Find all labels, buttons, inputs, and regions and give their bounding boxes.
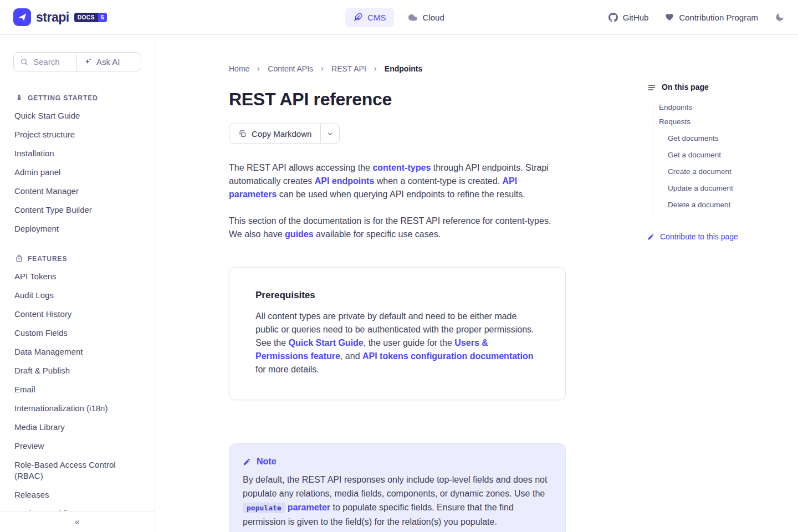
text-segment: for more details. <box>255 365 319 374</box>
collapse-chevrons-icon: « <box>75 517 80 527</box>
section-header-features: FEATURES <box>13 254 141 263</box>
page-title: REST API reference <box>229 89 566 110</box>
toc-item[interactable]: Get documents <box>653 134 797 144</box>
api-endpoints-link[interactable]: API endpoints <box>315 176 375 186</box>
github-link[interactable]: GitHub <box>608 13 649 22</box>
contribute-link[interactable]: Contribute to this page <box>647 232 797 241</box>
contribution-program-link[interactable]: Contribution Program <box>665 13 758 22</box>
breadcrumb-link[interactable]: Content APIs <box>268 64 313 73</box>
copy-markdown-button[interactable]: Copy Markdown <box>229 124 320 143</box>
note-callout: Note By default, the REST API responses … <box>229 443 566 532</box>
prerequisites-title: Prerequisites <box>255 290 539 301</box>
heart-icon <box>665 13 674 22</box>
note-title: Note <box>257 457 277 467</box>
sidebar-item[interactable]: Data Management <box>14 346 143 357</box>
sidebar-item[interactable]: Deployment <box>14 223 143 234</box>
sidebar-item[interactable]: Draft & Publish <box>14 365 143 376</box>
section-paragraph: This section of the documentation is for… <box>229 214 566 241</box>
rocket-icon <box>15 94 23 102</box>
toc-item[interactable]: Create a document <box>653 167 797 177</box>
chevron-down-icon <box>326 130 334 137</box>
chevron-right-icon <box>255 66 262 72</box>
sidebar-item[interactable]: Quick Start Guide <box>14 110 143 121</box>
ask-ai-button[interactable]: Ask AI <box>77 53 141 71</box>
sidebar-item[interactable]: Custom Fields <box>14 328 143 339</box>
copy-options-dropdown-button[interactable] <box>320 124 339 143</box>
note-body: By default, the REST API responses only … <box>243 473 552 529</box>
sidebar-item[interactable]: Installation <box>14 148 143 159</box>
toc-title: On this page <box>662 83 709 92</box>
contribute-label: Contribute to this page <box>660 232 738 241</box>
text-segment: when a content-type is created. <box>374 176 502 186</box>
toc-item[interactable]: Get a document <box>653 150 797 160</box>
copy-icon <box>238 130 247 138</box>
intro-paragraph: The REST API allows accessing the conten… <box>229 161 566 201</box>
on-this-page-toc: On this page Endpoints Requests Get docu… <box>647 83 797 241</box>
sidebar-item[interactable]: API Tokens <box>14 271 143 282</box>
search-field[interactable] <box>14 53 76 71</box>
chevron-right-icon <box>372 66 378 72</box>
sidebar-item[interactable]: Audit Logs <box>14 290 143 301</box>
search-icon <box>20 58 28 66</box>
backpack-icon <box>15 254 23 263</box>
sidebar-item[interactable]: Preview <box>14 441 143 452</box>
brand-name: strapi <box>36 10 69 25</box>
section-title: GETTING STARTED <box>28 94 98 102</box>
sidebar-item[interactable]: Media Library <box>14 422 143 433</box>
github-label: GitHub <box>623 13 649 22</box>
breadcrumb-current: Endpoints <box>385 64 422 73</box>
brand-logo[interactable]: strapi DOCS 5 <box>13 8 107 26</box>
sidebar-item[interactable]: Role-Based Access Control (RBAC) <box>14 459 143 482</box>
breadcrumb-link[interactable]: Home <box>229 64 249 73</box>
sidebar-item[interactable]: Admin panel <box>14 167 143 178</box>
sidebar-item[interactable]: Content Type Builder <box>14 204 143 216</box>
github-icon <box>608 13 618 22</box>
api-tokens-docs-link[interactable]: API tokens configuration documentation <box>362 351 533 361</box>
docs-badge-label: DOCS <box>74 13 98 22</box>
top-header: strapi DOCS 5 CMS Cloud GitHub <box>0 0 798 35</box>
populate-parameter-link[interactable]: parameter <box>288 503 330 512</box>
sidebar-section-getting-started: GETTING STARTED Quick Start Guide Projec… <box>13 94 141 234</box>
version-badge-label: 5 <box>98 13 107 22</box>
sidebar-item[interactable]: Project structure <box>14 129 143 140</box>
text-segment: available for specific use cases. <box>314 229 441 239</box>
sidebar-section-features: FEATURES API Tokens Audit Logs Content H… <box>13 254 141 519</box>
sidebar-item[interactable]: Email <box>14 384 143 395</box>
text-segment: The REST API allows accessing the <box>229 163 372 172</box>
sidebar-item[interactable]: Internationalization (i18n) <box>14 403 143 414</box>
toc-item[interactable]: Delete a document <box>653 200 797 210</box>
section-header-getting-started: GETTING STARTED <box>13 94 141 102</box>
populate-code-chip: populate <box>243 503 285 513</box>
quick-start-guide-link[interactable]: Quick Start Guide <box>289 338 364 347</box>
nav-cloud-label: Cloud <box>423 13 444 22</box>
text-segment: can be used when querying API endpoints … <box>277 190 525 199</box>
sidebar-item[interactable]: Releases <box>14 489 143 500</box>
nav-tab-cms[interactable]: CMS <box>345 8 394 27</box>
toc-item[interactable]: Update a document <box>653 183 797 193</box>
sidebar-collapse-button[interactable]: « <box>0 511 155 532</box>
strapi-logo-icon <box>13 8 31 26</box>
text-segment: , the user guide for the <box>364 338 455 347</box>
content-types-link[interactable]: content-types <box>372 163 431 172</box>
ask-ai-label: Ask AI <box>96 57 120 66</box>
search-input[interactable] <box>33 57 70 66</box>
toc-item[interactable]: Endpoints <box>653 103 797 112</box>
breadcrumb: Home Content APIs REST API Endpoints <box>229 64 566 73</box>
nav-tab-cloud[interactable]: Cloud <box>400 8 453 27</box>
cloud-icon <box>408 13 418 22</box>
sidebar-item[interactable]: Content History <box>14 309 143 320</box>
guides-link[interactable]: guides <box>285 229 314 239</box>
pencil-icon <box>647 233 654 241</box>
list-icon <box>647 83 656 92</box>
sidebar-item[interactable]: Content Manager <box>14 186 143 197</box>
theme-toggle-button[interactable] <box>775 12 785 22</box>
toc-item[interactable]: Requests <box>653 117 797 127</box>
prerequisites-card: Prerequisites All content types are priv… <box>229 267 566 400</box>
copy-markdown-label: Copy Markdown <box>252 129 311 139</box>
article-content: Home Content APIs REST API Endpoints RES… <box>229 35 566 532</box>
copy-markdown-split-button: Copy Markdown <box>229 124 340 144</box>
primary-nav: CMS Cloud <box>345 8 453 27</box>
text-segment: By default, the REST API responses only … <box>243 475 547 498</box>
sparkle-icon <box>84 58 92 66</box>
breadcrumb-link[interactable]: REST API <box>331 64 366 73</box>
